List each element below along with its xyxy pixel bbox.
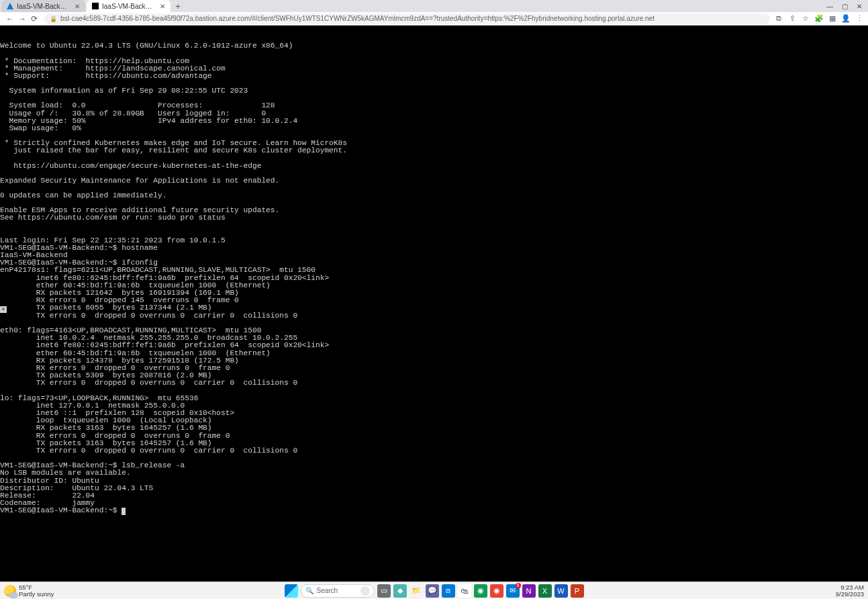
teams-icon[interactable]: 💬 — [426, 584, 439, 598]
word-icon[interactable]: W — [554, 584, 568, 598]
terminal-line: Description: Ubuntu 22.04.3 LTS — [0, 485, 868, 492]
terminal-line — [0, 230, 868, 237]
tab-title: IaaS-VM-Backend - Microsoft A — [17, 3, 70, 10]
terminal-line — [0, 387, 868, 395]
azure-favicon-icon — [7, 3, 13, 9]
window-close-button[interactable]: ✕ — [852, 0, 867, 12]
terminal-line: 0 updates can be applied immediately. — [0, 192, 868, 199]
tab-title: IaaS-VM-Backend — [102, 3, 156, 10]
start-button[interactable] — [285, 584, 298, 598]
terminal-line: TX errors 0 dropped 0 overruns 0 carrier… — [0, 379, 868, 387]
notification-badge: 9 — [516, 583, 521, 588]
search-icon: 🔍 — [305, 587, 314, 594]
task-view-icon[interactable]: ▭ — [377, 584, 391, 598]
vscode-icon[interactable]: ⧈ — [442, 584, 455, 598]
windows-taskbar: 55°F Partly sunny 🔍 Search ▭◆📁💬⧈🛍◉◉✉9NXW… — [0, 582, 868, 599]
profile-avatar-icon[interactable]: 👤 — [841, 14, 851, 24]
terminal-line: enP42178s1: flags=6211<UP,BROADCAST,RUNN… — [0, 267, 868, 274]
terminal-line: TX errors 0 dropped 0 overruns 0 carrier… — [0, 312, 868, 320]
copilot-icon[interactable]: ◆ — [393, 584, 407, 598]
taskbar-weather-widget[interactable]: 55°F Partly sunny — [4, 584, 54, 597]
window-minimize-button[interactable]: — — [822, 0, 837, 12]
store-icon[interactable]: 🛍 — [458, 584, 471, 598]
tab-azure-portal[interactable]: IaaS-VM-Backend - Microsoft A ✕ — [1, 0, 85, 12]
browser-action-icons: ⧉ ⇪ ☆ 🧩 ▦ 👤 ⋮ — [774, 14, 864, 24]
clock-date: 9/29/2023 — [836, 591, 864, 598]
tab-bastion-terminal[interactable]: IaaS-VM-Backend ✕ — [87, 0, 171, 12]
terminal-line — [0, 155, 868, 163]
ssh-terminal[interactable]: » Welcome to Ubuntu 22.04.3 LTS (GNU/Lin… — [0, 26, 868, 582]
terminal-line — [0, 50, 868, 58]
tab-close-icon[interactable]: ✕ — [75, 3, 80, 10]
outlook-icon[interactable]: ✉9 — [506, 584, 520, 598]
terminal-line: VM1-SEG@IaaS-VM-Backend:~$ hostname — [0, 244, 868, 252]
terminal-favicon-icon — [92, 3, 99, 9]
kebab-menu-icon[interactable]: ⋮ — [855, 14, 864, 24]
terminal-line: Release: 22.04 — [0, 492, 868, 500]
terminal-line: System load: 0.0 Processes: 128 — [0, 102, 868, 109]
powerpoint-icon[interactable]: P — [571, 584, 584, 598]
browser-address-bar: ← → ⟳ 🔒 bst-cae4c589-7cdf-4356-b785-bea4… — [0, 12, 868, 26]
terminal-line: No LSB modules are available. — [0, 469, 868, 477]
terminal-line: https://ubuntu.com/engage/secure-kuberne… — [0, 163, 868, 170]
edge-icon[interactable]: ◉ — [474, 584, 487, 598]
new-tab-button[interactable]: + — [172, 0, 184, 12]
terminal-line — [0, 222, 868, 230]
terminal-line: TX errors 0 dropped 0 overruns 0 carrier… — [0, 447, 868, 455]
weather-desc: Partly sunny — [19, 591, 54, 598]
terminal-line: just raised the bar for easy, resilient … — [0, 147, 868, 154]
extensions-puzzle-icon[interactable]: 🧩 — [814, 14, 824, 24]
tab-close-icon[interactable]: ✕ — [160, 3, 165, 10]
window-controls: — ▢ ✕ — [822, 0, 868, 12]
terminal-cursor — [122, 508, 126, 515]
search-placeholder: Search — [317, 587, 338, 594]
chrome-icon[interactable]: ◉ — [490, 584, 503, 598]
side-panel-icon[interactable]: ▦ — [828, 14, 837, 24]
tabs-container: IaaS-VM-Backend - Microsoft A ✕ IaaS-VM-… — [0, 0, 822, 12]
window-maximize-button[interactable]: ▢ — [837, 0, 852, 12]
install-app-icon[interactable]: ⧉ — [774, 14, 783, 24]
explorer-icon[interactable]: 📁 — [409, 584, 423, 598]
nav-reload-button[interactable]: ⟳ — [28, 13, 40, 25]
nav-back-button[interactable]: ← — [4, 13, 16, 25]
excel-icon[interactable]: X — [538, 584, 552, 598]
lock-icon: 🔒 — [50, 15, 57, 22]
terminal-prompt: VM1-SEG@IaaS-VM-Backend:~$ — [0, 506, 122, 514]
url-input[interactable]: 🔒 bst-cae4c589-7cdf-4356-b785-bea45f90f7… — [44, 13, 770, 24]
terminal-line: * Support: https://ubuntu.com/advantage — [0, 73, 868, 80]
search-highlight-icon — [360, 586, 370, 596]
bookmark-star-icon[interactable]: ☆ — [801, 14, 810, 24]
taskbar-center: 🔍 Search ▭◆📁💬⧈🛍◉◉✉9NXWP — [285, 582, 584, 599]
terminal-line: Memory usage: 50% IPv4 address for eth0:… — [0, 118, 868, 125]
terminal-line: System information as of Fri Sep 29 08:2… — [0, 87, 868, 95]
terminal-line: TX packets 6055 bytes 2137344 (2.1 MB) — [0, 304, 868, 312]
terminal-line: See https://ubuntu.com/esm or run: sudo … — [0, 214, 868, 222]
clipboard-indicator-icon[interactable]: » — [0, 306, 7, 313]
nav-forward-button[interactable]: → — [16, 13, 28, 25]
terminal-line: Expanded Security Maintenance for Applic… — [0, 177, 868, 185]
terminal-line: RX packets 3163 bytes 1645257 (1.6 MB) — [0, 424, 868, 432]
terminal-line: Swap usage: 0% — [0, 125, 868, 132]
taskbar-clock[interactable]: 9:23 AM 9/29/2023 — [836, 584, 864, 597]
terminal-prompt-line[interactable]: VM1-SEG@IaaS-VM-Backend:~$ — [0, 507, 868, 514]
browser-tabstrip: IaaS-VM-Backend - Microsoft A ✕ IaaS-VM-… — [0, 0, 868, 12]
terminal-line: inet6 fe80::6245:bdff:fef1:9a6b prefixle… — [0, 342, 868, 349]
terminal-line: Codename: jammy — [0, 500, 868, 507]
terminal-line: Welcome to Ubuntu 22.04.3 LTS (GNU/Linux… — [0, 42, 868, 50]
url-text: bst-cae4c589-7cdf-4356-b785-bea45f90f72a… — [60, 15, 655, 22]
taskbar-search-input[interactable]: 🔍 Search — [301, 584, 375, 598]
onenote-icon[interactable]: N — [522, 584, 536, 598]
share-icon[interactable]: ⇪ — [787, 14, 797, 24]
partly-sunny-icon — [4, 585, 16, 597]
